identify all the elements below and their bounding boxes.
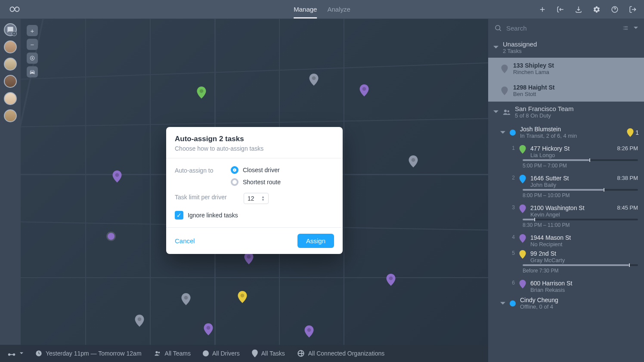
sidebar: Unassigned2 Tasks 133 Shipley StRinchen …: [488, 19, 644, 362]
avatar[interactable]: [4, 92, 17, 105]
drivers-label: All Drivers: [212, 350, 240, 357]
auto-assign-modal: Auto-assign 2 tasks Choose how to auto-a…: [166, 127, 343, 254]
logout-icon[interactable]: [629, 5, 637, 14]
driver-task[interactable]: 5 99 2nd StGray McCarty: [488, 248, 644, 263]
list-view-icon[interactable]: [622, 25, 629, 31]
avatar[interactable]: [4, 58, 17, 71]
svg-point-2: [32, 58, 33, 59]
map-pin[interactable]: [386, 274, 396, 286]
task-progress: [523, 159, 638, 161]
unassigned-task[interactable]: 1298 Haight StBen Stott: [488, 80, 644, 102]
map-pin[interactable]: [197, 87, 206, 99]
task-time-window: Before 7:30 PM: [488, 266, 644, 277]
add-icon[interactable]: [538, 5, 547, 14]
map-pin[interactable]: [309, 74, 319, 86]
unassigned-task[interactable]: 133 Shipley StRinchen Lama: [488, 58, 644, 80]
locate-button[interactable]: [27, 53, 38, 64]
search-input[interactable]: [506, 25, 617, 32]
driver-task[interactable]: 4 1944 Mason StNo Recipient: [488, 232, 644, 248]
orgs-label: All Connected Organizations: [308, 350, 384, 357]
driver-task[interactable]: 6 600 Harrison StBrian Rekasis: [488, 277, 644, 293]
radio-shortest-label: Shortest route: [243, 179, 281, 186]
avatar[interactable]: [4, 75, 17, 88]
add-badge-icon: +: [12, 31, 17, 36]
task-progress: [523, 219, 638, 220]
tasks-label: All Tasks: [261, 350, 285, 357]
map-pin[interactable]: [238, 291, 247, 303]
svg-point-25: [155, 351, 158, 353]
radio-shortest-route[interactable]: Shortest route: [231, 178, 281, 186]
task-progress: [523, 264, 638, 266]
help-icon[interactable]: [610, 5, 619, 14]
chevron-down-icon[interactable]: [634, 26, 638, 30]
map-pin[interactable]: [112, 170, 122, 183]
assign-button[interactable]: Assign: [297, 234, 334, 248]
task-limit-stepper[interactable]: 12 ▲▼: [244, 193, 269, 204]
task-limit-label: Task limit per driver: [175, 193, 244, 201]
cancel-button[interactable]: Cancel: [175, 237, 195, 244]
task-progress: [523, 189, 638, 191]
drivers-filter[interactable]: All Drivers: [203, 350, 240, 357]
svg-point-13: [184, 296, 188, 300]
radio-closest-driver[interactable]: Closest driver: [231, 166, 281, 174]
chat-icon[interactable]: +: [4, 23, 17, 36]
nav-tab-analyze[interactable]: Analyze: [327, 0, 350, 18]
zoom-in-button[interactable]: +: [27, 25, 38, 36]
map-pin[interactable]: [304, 325, 314, 337]
map-pin[interactable]: [244, 252, 254, 264]
avatar[interactable]: [4, 40, 17, 53]
assign-to-label: Auto-assign to: [175, 166, 231, 174]
time-range-label: Yesterday 11pm — Tomorrow 12am: [46, 350, 142, 357]
svg-point-18: [412, 158, 415, 162]
ignore-linked-label: Ignore linked tasks: [188, 212, 238, 219]
download-icon[interactable]: [574, 5, 583, 14]
svg-point-3: [200, 89, 204, 93]
svg-point-4: [312, 76, 316, 80]
svg-point-20: [504, 110, 507, 112]
map-pin[interactable]: [181, 293, 191, 305]
traffic-button[interactable]: [27, 66, 38, 77]
tasks-filter[interactable]: All Tasks: [252, 350, 285, 357]
import-icon[interactable]: [556, 5, 565, 14]
svg-point-12: [241, 294, 245, 297]
svg-point-17: [389, 276, 393, 280]
time-filter[interactable]: Yesterday 11pm — Tomorrow 12am: [35, 350, 142, 357]
map-pin[interactable]: [108, 233, 115, 240]
svg-point-6: [115, 173, 119, 177]
driver-task[interactable]: 3 2100 Washington StKevin Angel 8:45 PM: [488, 202, 644, 218]
topbar: Manage Analyze: [0, 0, 644, 19]
gear-icon[interactable]: [592, 5, 601, 14]
map-pin[interactable]: [359, 84, 369, 96]
driver-task[interactable]: 2 1646 Sutter StJohn Baily 8:38 PM: [488, 172, 644, 188]
task-limit-value: 12: [248, 195, 258, 202]
vehicle-filter[interactable]: [7, 350, 23, 356]
radio-icon: [231, 166, 238, 174]
svg-point-26: [158, 352, 160, 353]
app-logo[interactable]: [7, 5, 20, 14]
avatar[interactable]: [4, 109, 17, 122]
search-icon: [494, 24, 502, 32]
map-pin[interactable]: [135, 315, 144, 327]
group-team[interactable]: San Francisco Team5 of 8 On Duty: [488, 102, 644, 122]
map-pin[interactable]: [409, 155, 418, 167]
task-time-window: 5:00 PM – 7:00 PM: [488, 161, 644, 172]
stepper-down-icon[interactable]: ▼: [261, 198, 265, 201]
teams-filter[interactable]: All Teams: [154, 350, 191, 357]
svg-point-5: [362, 87, 366, 91]
ignore-linked-checkbox[interactable]: ✓ Ignore linked tasks: [175, 211, 334, 220]
svg-point-19: [495, 25, 500, 30]
checkbox-icon: ✓: [175, 211, 183, 220]
driver-row[interactable]: Cindy CheungOffline, 0 of 4: [488, 293, 644, 313]
driver-task[interactable]: 1 477 Hickory StLia Longo 8:26 PM: [488, 142, 644, 158]
task-time-window: 8:00 PM – 10:00 PM: [488, 191, 644, 202]
nav-tab-manage[interactable]: Manage: [294, 0, 317, 18]
group-unassigned[interactable]: Unassigned2 Tasks: [488, 37, 644, 58]
modal-subtitle: Choose how to auto-assign tasks: [175, 145, 334, 152]
svg-point-21: [508, 110, 510, 112]
orgs-filter[interactable]: All Connected Organizations: [297, 350, 384, 357]
zoom-out-button[interactable]: −: [27, 39, 38, 50]
driver-row[interactable]: Josh BlumsteinIn Transit, 2 of 6, 4 min …: [488, 122, 644, 142]
map-pin[interactable]: [204, 323, 213, 335]
task-time-window: 8:30 PM – 11:00 PM: [488, 220, 644, 232]
svg-point-16: [307, 328, 311, 332]
